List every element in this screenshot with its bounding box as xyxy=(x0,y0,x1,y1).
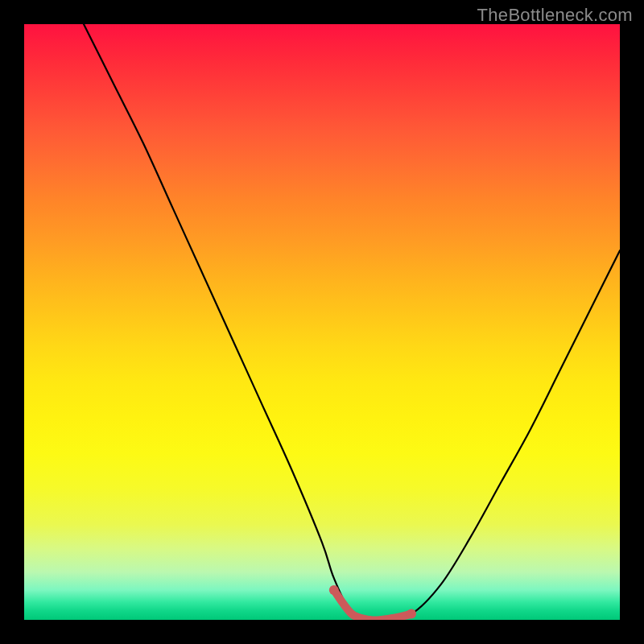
plot-area xyxy=(24,24,620,620)
svg-point-1 xyxy=(407,609,416,619)
optimal-zone-marker xyxy=(329,585,416,620)
curve-layer xyxy=(24,24,620,620)
watermark-text: TheBottleneck.com xyxy=(477,5,633,26)
svg-point-0 xyxy=(329,585,339,595)
bottleneck-chart: TheBottleneck.com xyxy=(0,0,644,644)
bottleneck-curve xyxy=(84,24,620,620)
